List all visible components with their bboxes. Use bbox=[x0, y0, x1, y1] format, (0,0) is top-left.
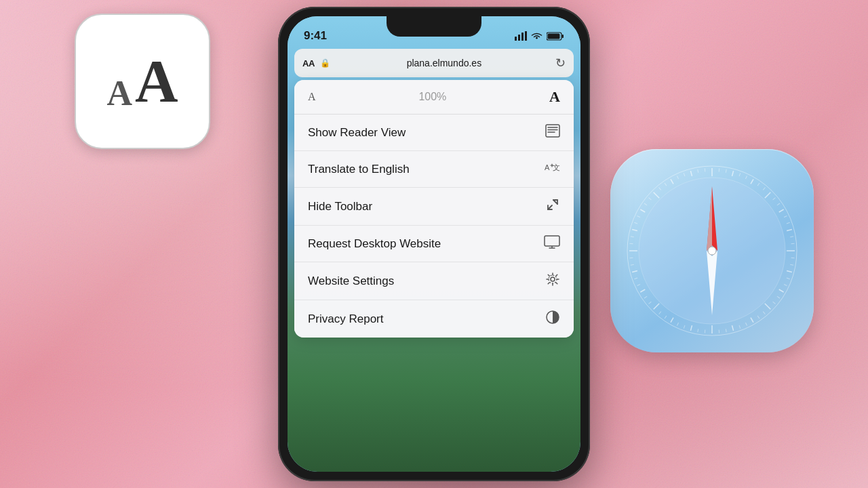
iphone-frame: 9:41 bbox=[278, 7, 590, 481]
compass-svg bbox=[624, 163, 800, 339]
svg-line-23 bbox=[671, 179, 673, 184]
svg-line-67 bbox=[659, 188, 661, 190]
svg-rect-79 bbox=[518, 35, 520, 41]
hide-toolbar-item[interactable]: Hide Toolbar bbox=[294, 188, 574, 226]
show-reader-view-item[interactable]: Show Reader View bbox=[294, 115, 574, 151]
privacy-report-item[interactable]: Privacy Report bbox=[294, 300, 574, 338]
svg-line-44 bbox=[757, 316, 760, 319]
svg-rect-80 bbox=[521, 33, 524, 41]
svg-line-51 bbox=[684, 325, 685, 329]
svg-line-43 bbox=[763, 312, 765, 314]
svg-line-32 bbox=[777, 203, 780, 205]
svg-line-47 bbox=[726, 329, 726, 332]
svg-line-63 bbox=[634, 222, 637, 224]
svg-line-42 bbox=[773, 302, 776, 304]
svg-line-56 bbox=[644, 296, 647, 298]
svg-line-69 bbox=[677, 176, 678, 179]
svg-line-31 bbox=[773, 198, 776, 200]
svg-line-55 bbox=[649, 302, 652, 304]
translate-label: Translate to English bbox=[308, 163, 410, 176]
svg-line-62 bbox=[631, 237, 634, 237]
wifi-icon bbox=[531, 32, 542, 41]
url-refresh-icon[interactable]: ↻ bbox=[555, 56, 566, 70]
svg-line-5 bbox=[779, 209, 784, 212]
svg-line-50 bbox=[698, 329, 698, 332]
font-icon-large-a: A bbox=[135, 52, 178, 111]
svg-line-58 bbox=[634, 278, 637, 279]
hide-toolbar-label: Hide Toolbar bbox=[308, 200, 372, 214]
request-desktop-item[interactable]: Request Desktop Website bbox=[294, 226, 574, 262]
svg-line-40 bbox=[784, 284, 787, 285]
privacy-icon bbox=[545, 310, 560, 328]
svg-line-59 bbox=[631, 264, 634, 265]
privacy-report-label: Privacy Report bbox=[308, 312, 383, 326]
svg-line-64 bbox=[637, 216, 640, 217]
svg-line-14 bbox=[690, 325, 692, 331]
svg-line-53 bbox=[665, 316, 667, 319]
url-text: plana.elmundo.es bbox=[333, 58, 555, 68]
status-icons bbox=[515, 31, 564, 41]
font-size-percent: 100% bbox=[418, 91, 446, 103]
svg-rect-85 bbox=[546, 125, 559, 137]
svg-line-54 bbox=[659, 312, 661, 314]
desktop-icon bbox=[544, 235, 560, 252]
website-settings-label: Website Settings bbox=[308, 274, 394, 288]
status-time: 9:41 bbox=[304, 29, 327, 43]
svg-point-77 bbox=[708, 247, 716, 255]
svg-rect-97 bbox=[545, 236, 559, 246]
svg-line-39 bbox=[787, 278, 790, 279]
svg-line-52 bbox=[677, 323, 678, 326]
notch bbox=[387, 16, 481, 37]
url-aa-label[interactable]: AA bbox=[302, 58, 315, 68]
hide-toolbar-icon bbox=[545, 197, 560, 216]
svg-line-68 bbox=[665, 183, 667, 186]
svg-rect-81 bbox=[525, 31, 527, 41]
svg-line-71 bbox=[698, 169, 698, 173]
url-lock-icon: 🔒 bbox=[320, 58, 330, 68]
svg-line-3 bbox=[751, 179, 753, 184]
svg-text:文: 文 bbox=[553, 163, 560, 171]
svg-line-41 bbox=[777, 296, 780, 298]
font-size-increase[interactable]: A bbox=[549, 88, 560, 106]
battery-icon bbox=[547, 32, 564, 41]
svg-line-45 bbox=[745, 323, 747, 326]
svg-line-20 bbox=[632, 229, 637, 230]
show-reader-view-label: Show Reader View bbox=[308, 126, 406, 140]
svg-line-30 bbox=[763, 188, 765, 190]
svg-line-65 bbox=[644, 203, 647, 205]
reader-view-icon bbox=[545, 124, 560, 141]
svg-rect-84 bbox=[548, 33, 560, 39]
font-size-row[interactable]: A 100% A bbox=[294, 80, 574, 115]
translate-icon: A 文 bbox=[544, 161, 560, 178]
request-desktop-label: Request Desktop Website bbox=[308, 237, 441, 251]
svg-text:A: A bbox=[545, 163, 550, 171]
signal-icon bbox=[515, 31, 527, 41]
svg-line-27 bbox=[739, 173, 741, 176]
svg-line-29 bbox=[757, 183, 760, 186]
svg-line-34 bbox=[787, 222, 790, 224]
svg-line-2 bbox=[732, 171, 734, 176]
svg-line-22 bbox=[654, 192, 659, 198]
svg-line-11 bbox=[751, 318, 753, 323]
svg-line-26 bbox=[726, 169, 726, 173]
svg-line-10 bbox=[765, 304, 770, 309]
svg-line-17 bbox=[640, 289, 645, 292]
svg-line-6 bbox=[787, 229, 792, 230]
font-icon-small-a: A bbox=[106, 76, 132, 111]
svg-line-4 bbox=[765, 192, 770, 198]
svg-line-57 bbox=[637, 284, 640, 285]
translate-item[interactable]: Translate to English A 文 bbox=[294, 151, 574, 188]
font-icon: A A bbox=[75, 14, 210, 149]
svg-rect-78 bbox=[515, 37, 517, 41]
svg-line-9 bbox=[779, 289, 784, 292]
svg-line-16 bbox=[654, 304, 659, 309]
svg-line-12 bbox=[732, 325, 734, 331]
svg-line-15 bbox=[671, 318, 673, 323]
svg-line-28 bbox=[745, 176, 747, 179]
font-size-decrease[interactable]: A bbox=[308, 91, 316, 103]
svg-line-38 bbox=[790, 264, 793, 265]
settings-icon bbox=[545, 272, 560, 290]
svg-point-100 bbox=[551, 277, 555, 281]
website-settings-item[interactable]: Website Settings bbox=[294, 262, 574, 300]
iphone-screen: 9:41 bbox=[288, 16, 580, 472]
